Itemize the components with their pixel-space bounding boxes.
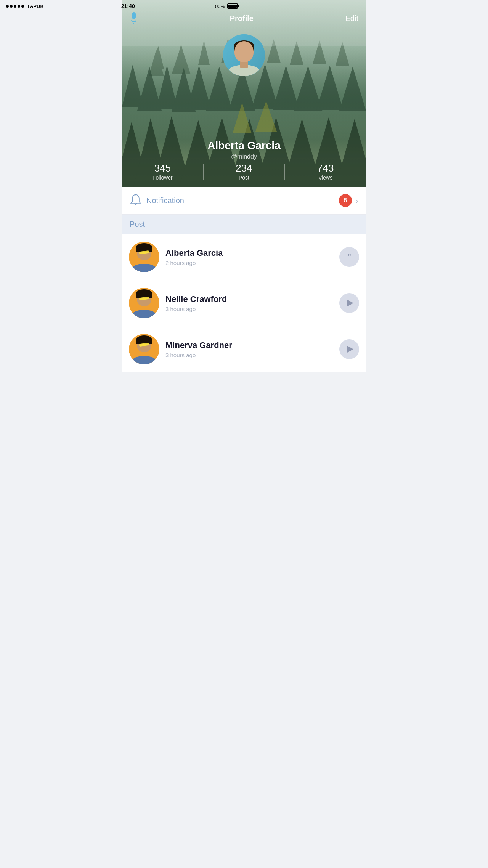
status-bar: TAPDK 21:40 100% bbox=[122, 0, 244, 11]
avatar[interactable] bbox=[223, 34, 265, 76]
post-author-3: Minerva Gardner bbox=[165, 340, 339, 350]
notification-label: Notification bbox=[146, 196, 339, 205]
post-avatar-2 bbox=[129, 288, 159, 318]
avatar-shoulders-1 bbox=[133, 264, 156, 272]
chevron-right-icon: › bbox=[356, 196, 358, 205]
post-time-2: 3 hours ago bbox=[165, 306, 339, 312]
edit-button[interactable]: Edit bbox=[345, 14, 358, 23]
avatar-hair-2 bbox=[136, 289, 152, 298]
play-icon-3 bbox=[347, 345, 353, 353]
status-time: 21:40 bbox=[122, 3, 135, 9]
stat-posts[interactable]: 234 Post bbox=[204, 163, 285, 181]
mic-stand bbox=[131, 20, 136, 22]
avatar-hair-1 bbox=[136, 243, 152, 252]
post-time-3: 3 hours ago bbox=[165, 352, 339, 358]
followers-label: Follower bbox=[122, 175, 203, 181]
mic-body bbox=[132, 12, 136, 19]
avatar-inner-1 bbox=[129, 242, 159, 272]
page-title: Profile bbox=[230, 14, 254, 23]
avatar-image bbox=[223, 34, 265, 76]
battery-percentage: 100% bbox=[212, 3, 225, 9]
post-avatar-1 bbox=[129, 242, 159, 272]
post-item[interactable]: Alberta Garcia 2 hours ago " bbox=[122, 234, 366, 280]
post-info-2: Nellie Crawford 3 hours ago bbox=[165, 294, 339, 312]
stat-followers[interactable]: 345 Follower bbox=[122, 163, 203, 181]
play-icon-2 bbox=[347, 299, 353, 307]
hero-nav: Profile Edit bbox=[122, 12, 366, 24]
notification-section[interactable]: Notification 5 › bbox=[122, 187, 366, 215]
status-right: 100% bbox=[212, 3, 238, 9]
stats-bar: 345 Follower 234 Post 743 Views bbox=[122, 157, 366, 187]
posts-count: 234 bbox=[204, 163, 285, 174]
bell-icon bbox=[130, 194, 142, 207]
posts-list: Alberta Garcia 2 hours ago " Nellie Craw… bbox=[122, 234, 366, 372]
microphone-icon[interactable] bbox=[130, 12, 138, 24]
followers-count: 345 bbox=[122, 163, 203, 174]
notification-badge: 5 bbox=[339, 194, 352, 207]
battery-fill bbox=[228, 5, 237, 8]
avatar-inner-2 bbox=[129, 288, 159, 318]
post-author-2: Nellie Crawford bbox=[165, 294, 339, 304]
post-header-label: Post bbox=[130, 220, 145, 228]
post-section-header: Post bbox=[122, 215, 366, 234]
avatar-shoulders-2 bbox=[133, 310, 156, 318]
mic-base bbox=[133, 23, 134, 24]
battery-icon bbox=[227, 3, 238, 9]
avatar-hair-3 bbox=[136, 335, 152, 344]
post-info-1: Alberta Garcia 2 hours ago bbox=[165, 248, 339, 266]
post-action-play-2[interactable] bbox=[339, 293, 359, 313]
post-item-2[interactable]: Nellie Crawford 3 hours ago bbox=[122, 280, 366, 326]
profile-name: Alberta Garcia bbox=[122, 140, 366, 152]
stat-views[interactable]: 743 Views bbox=[285, 163, 366, 181]
profile-info: Alberta Garcia @minddy bbox=[122, 140, 366, 160]
hero-section: Profile Edit Alberta Garcia @minddy 345 … bbox=[122, 0, 366, 187]
quote-icon: " bbox=[347, 253, 351, 261]
posts-label: Post bbox=[204, 175, 285, 181]
post-info-3: Minerva Gardner 3 hours ago bbox=[165, 340, 339, 358]
views-count: 743 bbox=[285, 163, 366, 174]
avatar-shoulders-3 bbox=[133, 356, 156, 364]
post-action-quote[interactable]: " bbox=[339, 247, 359, 267]
post-time-1: 2 hours ago bbox=[165, 260, 339, 266]
views-label: Views bbox=[285, 175, 366, 181]
avatar-inner-3 bbox=[129, 334, 159, 364]
post-author-1: Alberta Garcia bbox=[165, 248, 339, 258]
avatar-head bbox=[234, 41, 254, 62]
post-action-play-3[interactable] bbox=[339, 339, 359, 359]
post-avatar-3 bbox=[129, 334, 159, 364]
post-item-3[interactable]: Minerva Gardner 3 hours ago bbox=[122, 326, 366, 372]
avatar-container bbox=[223, 34, 265, 76]
